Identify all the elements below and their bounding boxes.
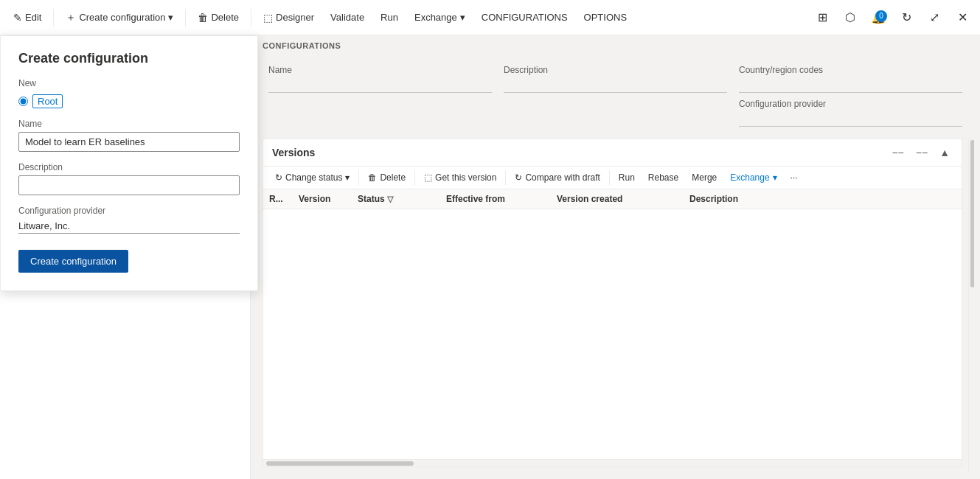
edit-button[interactable]: ✎ Edit bbox=[6, 7, 49, 28]
notification-badge: 0 bbox=[875, 10, 887, 22]
versions-delete-button[interactable]: 🗑 Delete bbox=[362, 169, 411, 186]
versions-run-label: Run bbox=[619, 172, 635, 183]
name-cell-value bbox=[268, 77, 492, 93]
create-config-label: Create configuration bbox=[79, 12, 165, 23]
status-filter-icon[interactable]: ▽ bbox=[387, 195, 393, 203]
designer-button[interactable]: ⬚ Designer bbox=[256, 7, 322, 28]
validate-label: Validate bbox=[330, 12, 364, 23]
office-icon-button[interactable]: ⬡ bbox=[838, 6, 862, 29]
table: R... Version Status ▽ Effective from Ver… bbox=[263, 189, 962, 209]
notification-wrap: 🔔 0 bbox=[866, 6, 890, 29]
provider-cell-label: Configuration provider bbox=[739, 99, 962, 109]
get-version-label: Get this version bbox=[435, 172, 496, 183]
toolbar-separator-2 bbox=[185, 9, 186, 27]
country-cell-label: Country/region codes bbox=[739, 65, 962, 75]
configurations-button[interactable]: CONFIGURATIONS bbox=[474, 7, 575, 27]
main-layout: We... Create configuration New Root Name… bbox=[0, 35, 980, 479]
options-button[interactable]: OPTIONS bbox=[577, 7, 635, 27]
versions-exchange-button[interactable]: Exchange ▾ bbox=[724, 169, 782, 186]
table-header-row: R... Version Status ▽ Effective from Ver… bbox=[263, 189, 962, 209]
vertical-scrollbar[interactable] bbox=[968, 139, 974, 473]
versions-more-button[interactable]: ··· bbox=[785, 169, 804, 186]
horizontal-scrollbar[interactable] bbox=[263, 459, 962, 466]
delete-button[interactable]: 🗑 Delete bbox=[190, 7, 246, 28]
col-header-r: R... bbox=[263, 189, 293, 209]
versions-chevron-up-btn[interactable]: ▲ bbox=[936, 145, 953, 160]
description-field-label: Description bbox=[18, 162, 240, 172]
versions-sep-2 bbox=[414, 170, 415, 185]
edit-label: Edit bbox=[25, 12, 41, 23]
description-form-group: Description bbox=[18, 162, 240, 195]
content-area: CONFIGURATIONS Name Description Country/… bbox=[251, 35, 980, 479]
provider-form-group: Configuration provider Litware, Inc. bbox=[18, 206, 240, 234]
compare-draft-button[interactable]: ↻ Compare with draft bbox=[509, 169, 605, 186]
versions-run-button[interactable]: Run bbox=[613, 169, 641, 186]
create-configuration-submit-button[interactable]: Create configuration bbox=[18, 250, 128, 273]
rebase-label: Rebase bbox=[648, 172, 678, 183]
name-cell: Name bbox=[263, 62, 498, 96]
exchange-button[interactable]: Exchange ▾ bbox=[407, 7, 473, 27]
delete-icon: 🗑 bbox=[198, 12, 208, 24]
compare-draft-label: Compare with draft bbox=[525, 172, 600, 183]
description-cell-label: Description bbox=[504, 65, 727, 75]
versions-toolbar: ↻ Change status ▾ 🗑 Delete ⬚ Get this ve… bbox=[263, 167, 962, 189]
dropdown-arrow-icon: ▾ bbox=[168, 12, 173, 23]
rebase-button[interactable]: Rebase bbox=[642, 169, 684, 186]
description-cell: Description bbox=[498, 62, 733, 96]
horizontal-scrollbar-thumb[interactable] bbox=[266, 461, 414, 466]
grid-icon-button[interactable]: ⊞ bbox=[810, 6, 834, 29]
country-cell: Country/region codes bbox=[733, 62, 968, 96]
open-new-window-button[interactable]: ⤢ bbox=[922, 6, 946, 29]
create-configuration-button[interactable]: ＋ Create configuration ▾ bbox=[58, 7, 181, 29]
versions-table: R... Version Status ▽ Effective from Ver… bbox=[263, 189, 962, 459]
col-header-effective: Effective from bbox=[440, 189, 551, 209]
delete-label: Delete bbox=[211, 12, 239, 23]
change-status-icon: ↻ bbox=[275, 172, 282, 183]
vertical-scrollbar-thumb[interactable] bbox=[970, 140, 974, 287]
run-button[interactable]: Run bbox=[373, 7, 406, 27]
name-cell-label: Name bbox=[268, 65, 492, 75]
description-input[interactable] bbox=[18, 175, 240, 195]
provider-value: Litware, Inc. bbox=[18, 219, 240, 234]
change-status-label: Change status bbox=[285, 172, 342, 183]
col-header-version: Version bbox=[293, 189, 352, 209]
plus-icon: ＋ bbox=[66, 11, 76, 24]
toolbar-separator-3 bbox=[251, 9, 251, 27]
versions-sep-4 bbox=[609, 170, 610, 185]
root-radio[interactable] bbox=[18, 97, 28, 106]
versions-collapse-btn[interactable]: −− bbox=[889, 145, 906, 160]
validate-button[interactable]: Validate bbox=[323, 7, 372, 27]
versions-expand-btn[interactable]: −− bbox=[913, 145, 931, 160]
root-radio-label: Root bbox=[32, 94, 63, 108]
refresh-button[interactable]: ↻ bbox=[894, 6, 918, 29]
breadcrumb: CONFIGURATIONS bbox=[251, 35, 980, 56]
description-cell-value bbox=[504, 77, 727, 93]
sidebar: We... Create configuration New Root Name… bbox=[0, 35, 251, 479]
designer-label: Designer bbox=[276, 12, 314, 23]
close-button[interactable]: ✕ bbox=[951, 6, 974, 29]
table-head: R... Version Status ▽ Effective from Ver… bbox=[263, 189, 962, 209]
merge-button[interactable]: Merge bbox=[686, 169, 723, 186]
panel-title: Create configuration bbox=[18, 51, 240, 66]
toolbar-separator-1 bbox=[53, 9, 54, 27]
more-icon: ··· bbox=[790, 172, 798, 183]
col-header-status: Status ▽ bbox=[352, 189, 440, 209]
name-input[interactable] bbox=[18, 132, 240, 152]
toolbar-right-icons: ⊞ ⬡ 🔔 0 ↻ ⤢ ✕ bbox=[810, 6, 974, 29]
change-status-button[interactable]: ↻ Change status ▾ bbox=[269, 169, 355, 186]
versions-panel: Versions −− −− ▲ ↻ Change status ▾ 🗑 Del… bbox=[263, 139, 962, 467]
breadcrumb-text: CONFIGURATIONS bbox=[263, 41, 341, 50]
configurations-label: CONFIGURATIONS bbox=[482, 12, 568, 23]
exchange-label: Exchange bbox=[414, 12, 457, 23]
versions-sep-1 bbox=[358, 170, 359, 185]
change-status-dropdown-icon: ▾ bbox=[345, 172, 350, 183]
new-label: New bbox=[18, 78, 240, 88]
col-header-created: Version created bbox=[551, 189, 684, 209]
provider-field-label: Configuration provider bbox=[18, 206, 240, 216]
col-header-description: Description bbox=[684, 189, 962, 209]
main-toolbar: ✎ Edit ＋ Create configuration ▾ 🗑 Delete… bbox=[0, 0, 980, 35]
provider-cell-value bbox=[739, 111, 962, 127]
get-version-button[interactable]: ⬚ Get this version bbox=[418, 169, 502, 186]
config-detail: Name Description Country/region codes Co… bbox=[251, 56, 980, 139]
detail-grid: Name Description Country/region codes Co… bbox=[263, 62, 968, 130]
